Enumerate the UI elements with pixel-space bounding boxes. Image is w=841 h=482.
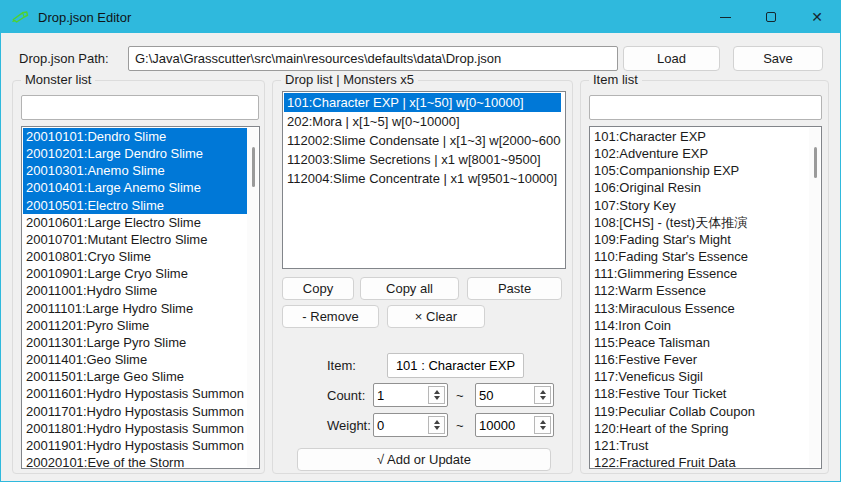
weight-min-input[interactable]: [377, 415, 425, 435]
monster-list-item[interactable]: 20011601:Hydro Hypostasis Summon: [23, 385, 247, 402]
item-list-item[interactable]: 105:Companionship EXP: [591, 162, 809, 179]
item-list-item[interactable]: 114:Iron Coin: [591, 317, 809, 334]
titlebar[interactable]: Drop.json Editor ✕: [1, 1, 840, 33]
item-list-item[interactable]: 119:Peculiar Collab Coupon: [591, 403, 809, 420]
item-list-item[interactable]: 108:[CHS] - (test)天体推演: [591, 214, 809, 231]
monster-list-item[interactable]: 20011301:Large Pyro Slime: [23, 334, 247, 351]
copy-all-button[interactable]: Copy all: [360, 277, 459, 300]
drop-list-item[interactable]: 112004:Slime Concentrate | x1 w[9501~100…: [284, 169, 561, 188]
monster-list-title: Monster list: [21, 72, 95, 87]
path-label: Drop.json Path:: [19, 51, 109, 66]
clear-button[interactable]: × Clear: [387, 305, 485, 328]
drop-list-item[interactable]: 112003:Slime Secretions | x1 w[8001~9500…: [284, 150, 561, 169]
item-list-item[interactable]: 116:Festive Fever: [591, 351, 809, 368]
spin-up-icon[interactable]: [434, 390, 440, 394]
monster-list-item[interactable]: 20010701:Mutant Electro Slime: [23, 231, 247, 248]
weight-label: Weight:: [327, 418, 371, 433]
monster-list-item[interactable]: 20010501:Electro Slime: [23, 197, 247, 214]
spin-up-icon[interactable]: [434, 420, 440, 424]
count-max-input[interactable]: [479, 385, 527, 405]
monster-list-item[interactable]: 20011501:Large Geo Slime: [23, 368, 247, 385]
item-list-scrollbar[interactable]: [809, 128, 820, 467]
monster-list-item[interactable]: 20010601:Large Electro Slime: [23, 214, 247, 231]
window-title: Drop.json Editor: [38, 10, 131, 25]
monster-list-item[interactable]: 20011101:Large Hydro Slime: [23, 300, 247, 317]
spin-down-icon[interactable]: [540, 396, 546, 400]
item-list-item[interactable]: 109:Fading Star's Might: [591, 231, 809, 248]
monster-list-item[interactable]: 20011901:Hydro Hypostasis Summon: [23, 437, 247, 454]
spin-down-icon[interactable]: [434, 426, 440, 430]
spin-up-icon[interactable]: [540, 390, 546, 394]
monster-list-item[interactable]: 20010401:Large Anemo Slime: [23, 179, 247, 196]
spin-down-icon[interactable]: [540, 426, 546, 430]
monster-list-item[interactable]: 20011801:Hydro Hypostasis Summon: [23, 420, 247, 437]
spin-up-icon[interactable]: [540, 420, 546, 424]
count-min-input[interactable]: [377, 385, 425, 405]
minimize-button[interactable]: [702, 1, 748, 33]
window-controls: ✕: [702, 1, 840, 33]
item-list-item[interactable]: 112:Warm Essence: [591, 282, 809, 299]
drop-listbox[interactable]: 101:Character EXP | x[1~50] w[0~10000]20…: [282, 91, 566, 269]
monster-list-item[interactable]: 20010201:Large Dendro Slime: [23, 145, 247, 162]
item-list-item[interactable]: 118:Festive Tour Ticket: [591, 385, 809, 402]
scrollbar-thumb[interactable]: [814, 147, 817, 178]
item-search-input[interactable]: [589, 95, 822, 120]
weight-range-tilde: ~: [456, 418, 464, 433]
item-list-item[interactable]: 110:Fading Star's Essence: [591, 248, 809, 265]
monster-list-item[interactable]: 20011201:Pyro Slime: [23, 317, 247, 334]
weight-min-spinner[interactable]: [373, 413, 448, 437]
item-list-item[interactable]: 101:Character EXP: [591, 128, 809, 145]
item-list-item[interactable]: 113:Miraculous Essence: [591, 300, 809, 317]
add-or-update-button[interactable]: √ Add or Update: [297, 448, 551, 471]
weight-max-input[interactable]: [479, 415, 527, 435]
maximize-icon: [766, 12, 776, 22]
load-button[interactable]: Load: [623, 46, 720, 71]
app-window: Drop.json Editor ✕ Drop.json Path: Load …: [0, 0, 841, 482]
item-listbox[interactable]: 101:Character EXP102:Adventure EXP105:Co…: [589, 126, 822, 469]
item-list-item[interactable]: 117:Veneficus Sigil: [591, 368, 809, 385]
monster-listbox[interactable]: 20010101:Dendro Slime20010201:Large Dend…: [21, 126, 260, 469]
maximize-button[interactable]: [748, 1, 794, 33]
item-list-title: Item list: [589, 72, 642, 87]
monster-list-item[interactable]: 20010301:Anemo Slime: [23, 162, 247, 179]
item-list-item[interactable]: 102:Adventure EXP: [591, 145, 809, 162]
spinner-buttons: [534, 386, 551, 404]
minimize-icon: [720, 17, 731, 18]
spinner-buttons: [428, 416, 445, 434]
monster-list-item[interactable]: 20020101:Eye of the Storm: [23, 454, 247, 467]
item-list-item[interactable]: 106:Original Resin: [591, 179, 809, 196]
item-list-item[interactable]: 107:Story Key: [591, 197, 809, 214]
paste-button[interactable]: Paste: [467, 277, 562, 300]
monster-list-item[interactable]: 20010901:Large Cryo Slime: [23, 265, 247, 282]
item-list-item[interactable]: 122:Fractured Fruit Data: [591, 454, 809, 467]
close-icon: ✕: [811, 10, 823, 24]
path-input[interactable]: [128, 46, 618, 71]
item-list-item[interactable]: 120:Heart of the Spring: [591, 420, 809, 437]
monster-list-item[interactable]: 20011001:Hydro Slime: [23, 282, 247, 299]
count-range-tilde: ~: [456, 388, 464, 403]
drop-list-item[interactable]: 101:Character EXP | x[1~50] w[0~10000]: [284, 93, 561, 112]
item-list-item[interactable]: 111:Glimmering Essence: [591, 265, 809, 282]
monster-search-input[interactable]: [21, 95, 259, 120]
monster-list-item[interactable]: 20011701:Hydro Hypostasis Summon: [23, 403, 247, 420]
remove-button[interactable]: - Remove: [282, 305, 379, 328]
close-button[interactable]: ✕: [794, 1, 840, 33]
monster-list-item[interactable]: 20010801:Cryo Slime: [23, 248, 247, 265]
selected-item-field[interactable]: [387, 353, 524, 378]
save-button[interactable]: Save: [733, 46, 823, 71]
monster-list-item[interactable]: 20011401:Geo Slime: [23, 351, 247, 368]
count-min-spinner[interactable]: [373, 383, 448, 407]
main-content: Drop.json Path: Load Save Monster list 2…: [1, 33, 840, 481]
count-max-spinner[interactable]: [475, 383, 554, 407]
scrollbar-thumb[interactable]: [252, 147, 255, 187]
monster-list-panel: Monster list 20010101:Dendro Slime200102…: [12, 80, 265, 474]
item-list-item[interactable]: 115:Peace Talisman: [591, 334, 809, 351]
spin-down-icon[interactable]: [434, 396, 440, 400]
drop-list-item[interactable]: 202:Mora | x[1~5] w[0~10000]: [284, 112, 561, 131]
copy-button[interactable]: Copy: [282, 277, 354, 300]
monster-list-item[interactable]: 20010101:Dendro Slime: [23, 128, 247, 145]
weight-max-spinner[interactable]: [475, 413, 554, 437]
item-list-item[interactable]: 121:Trust: [591, 437, 809, 454]
drop-list-item[interactable]: 112002:Slime Condensate | x[1~3] w[2000~…: [284, 131, 561, 150]
monster-list-scrollbar[interactable]: [247, 128, 258, 467]
